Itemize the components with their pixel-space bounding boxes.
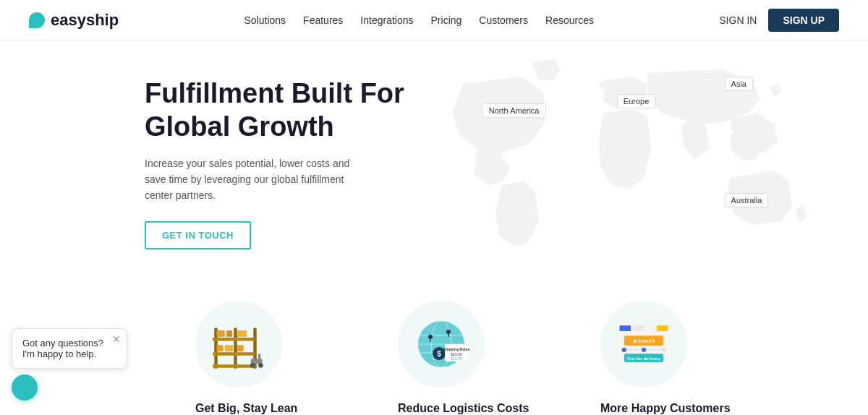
svg-point-15 — [258, 363, 263, 368]
signin-button[interactable]: SIGN IN — [719, 14, 757, 26]
svg-rect-13 — [258, 354, 260, 359]
chat-arrow-icon — [17, 382, 30, 394]
world-map: North America Europe Asia Australia — [420, 40, 868, 265]
logo[interactable]: easyship — [29, 11, 119, 30]
brand-name: easyship — [51, 11, 119, 30]
svg-text:$12.20: $12.20 — [451, 356, 462, 361]
get-in-touch-button[interactable]: GET IN TOUCH — [145, 221, 251, 249]
chat-close-button[interactable]: ✕ — [112, 333, 121, 345]
nav-pricing[interactable]: Pricing — [431, 14, 462, 26]
svg-rect-32 — [620, 325, 631, 331]
svg-point-14 — [250, 363, 255, 368]
nav-links: Solutions Features Integrations Pricing … — [244, 14, 594, 26]
chat-message: Got any questions? I'm happy to help. — [22, 338, 103, 359]
globe-illustration: $ Shipping Rates $23.50 $12.20 — [409, 312, 474, 377]
chat-widget: ✕ Got any questions? I'm happy to help. — [12, 328, 127, 401]
svg-rect-4 — [213, 352, 255, 356]
feature-icon-tracking: In transit Out for delivery — [600, 301, 687, 388]
svg-rect-10 — [237, 345, 244, 351]
nav-features[interactable]: Features — [303, 14, 343, 26]
svg-rect-8 — [217, 345, 224, 351]
svg-point-38 — [622, 348, 626, 352]
hero-title: Fulfillment Built ForGlobal Growth — [145, 77, 404, 143]
nav-solutions[interactable]: Solutions — [244, 14, 286, 26]
svg-rect-9 — [225, 345, 233, 351]
chat-open-button[interactable] — [12, 375, 38, 401]
svg-rect-5 — [213, 364, 255, 368]
hero-text: Fulfillment Built ForGlobal Growth Incre… — [145, 77, 404, 249]
tracking-illustration: In transit Out for delivery — [611, 319, 676, 369]
svg-text:Shipping Rates: Shipping Rates — [443, 347, 470, 351]
hero-section: Fulfillment Built ForGlobal Growth Incre… — [0, 40, 868, 272]
map-svg — [420, 40, 868, 265]
chat-bubble: ✕ Got any questions? I'm happy to help. — [12, 328, 127, 369]
nav-customers[interactable]: Customers — [479, 14, 528, 26]
warehouse-illustration — [206, 312, 271, 377]
feature-title-customers: More Happy Customers — [600, 402, 760, 415]
feature-title-lean: Get Big, Stay Lean — [195, 402, 354, 415]
svg-text:In transit: In transit — [633, 338, 655, 343]
signup-button[interactable]: SIGN UP — [768, 9, 839, 32]
svg-rect-7 — [226, 330, 232, 337]
svg-rect-3 — [213, 338, 255, 341]
feature-card-lean: Get Big, Stay Lean Scale up fulfillment … — [195, 301, 354, 415]
svg-rect-1 — [234, 328, 237, 369]
svg-rect-34 — [657, 325, 668, 331]
feature-card-customers: In transit Out for delivery More Happy C… — [600, 301, 760, 415]
feature-title-logistics: Reduce Logistics Costs — [398, 402, 557, 415]
nav-resources[interactable]: Resources — [545, 14, 594, 26]
svg-rect-6 — [217, 330, 225, 337]
map-label-europe: Europe — [617, 94, 655, 108]
map-label-north-america: North America — [482, 103, 546, 118]
feature-icon-globe: $ Shipping Rates $23.50 $12.20 — [398, 301, 485, 388]
nav-actions: SIGN IN SIGN UP — [719, 9, 839, 32]
svg-text:Out for delivery: Out for delivery — [627, 356, 661, 361]
navbar: easyship Solutions Features Integrations… — [0, 0, 868, 40]
features-section: Get Big, Stay Lean Scale up fulfillment … — [0, 272, 868, 415]
feature-card-logistics: $ Shipping Rates $23.50 $12.20 Reduce Lo… — [398, 301, 557, 415]
nav-integrations[interactable]: Integrations — [360, 14, 413, 26]
svg-point-39 — [642, 348, 646, 352]
svg-rect-33 — [633, 325, 644, 331]
feature-icon-warehouse — [195, 301, 282, 388]
logo-icon — [29, 12, 45, 28]
svg-text:$: $ — [437, 350, 441, 358]
svg-point-40 — [661, 348, 665, 352]
hero-subtitle: Increase your sales potential, lower cos… — [145, 155, 362, 204]
svg-rect-11 — [237, 330, 247, 337]
map-label-asia: Asia — [725, 77, 753, 91]
map-label-australia: Australia — [725, 193, 769, 208]
